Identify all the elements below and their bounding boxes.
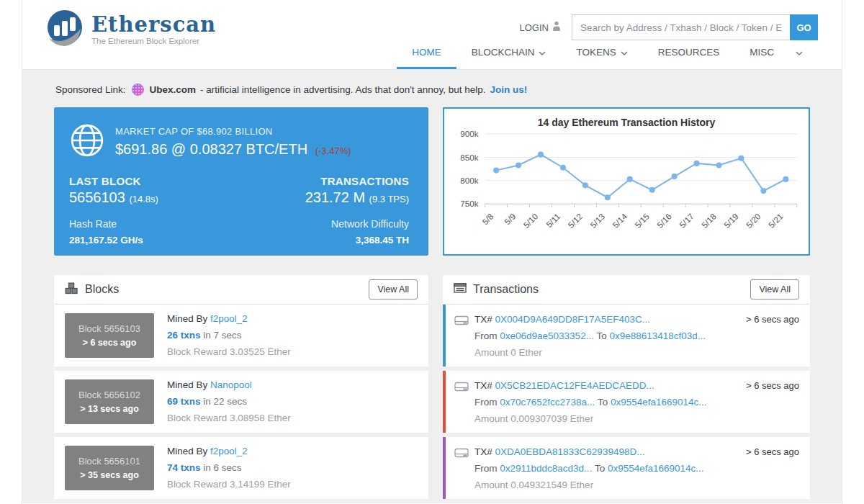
block-row: Block 5656103 > 6 secs ago Mined By f2po… xyxy=(54,305,428,366)
svg-text:750k: 750k xyxy=(460,199,478,208)
transaction-history-card: 14 day Ethereum Transaction History 750k… xyxy=(443,107,810,256)
transactions-count: 231.72 M xyxy=(305,189,365,205)
miner-link[interactable]: Nanopool xyxy=(210,379,252,390)
main-nav: HOME BLOCKCHAIN TOKENS RESOURCES MISC xyxy=(397,37,818,69)
nav-misc[interactable]: MISC xyxy=(734,37,818,69)
block-age: > 6 secs ago xyxy=(83,338,137,348)
chart-title: 14 day Ethereum Transaction History xyxy=(444,117,809,128)
tx-age: > 6 secs ago xyxy=(746,380,799,391)
hash-rate-value: 281,167.52 GH/s xyxy=(69,235,158,246)
transactions-card-title: Transactions xyxy=(454,283,539,296)
from-address-link[interactable]: 0xe06d9ae5033352... xyxy=(500,330,594,341)
price-change: (-3.47%) xyxy=(315,145,351,156)
svg-text:5/17: 5/17 xyxy=(678,212,696,230)
nav-resources-label: RESOURCES xyxy=(658,37,720,67)
to-address-link[interactable]: 0x9e88613418cf03d... xyxy=(609,330,706,341)
price-value: $691.86 @ 0.08327 BTC/ETH xyxy=(115,141,307,157)
block-row: Block 5656101 > 35 secs ago Mined By f2p… xyxy=(54,437,428,499)
transaction-history-chart: 750k800k850k900k5/85/95/105/115/125/135/… xyxy=(444,128,809,246)
block-number: Block 5656101 xyxy=(78,456,140,467)
blocks-card: Blocks View All Block 5656103 > 6 secs a… xyxy=(54,275,428,503)
nav-blockchain[interactable]: BLOCKCHAIN xyxy=(456,37,562,69)
block-badge[interactable]: Block 5656101 > 35 secs ago xyxy=(65,446,154,490)
miner-link[interactable]: f2pool_2 xyxy=(210,446,248,456)
disk-icon xyxy=(454,315,469,328)
list-card-icon xyxy=(454,283,467,296)
header-top-bar: LOGIN GO xyxy=(520,14,818,40)
block-duration: in 6 secs xyxy=(203,462,241,473)
svg-text:5/19: 5/19 xyxy=(722,212,740,230)
mined-by-label: Mined By xyxy=(167,446,207,456)
miner-link[interactable]: f2pool_2 xyxy=(210,313,248,324)
svg-text:5/18: 5/18 xyxy=(700,212,718,230)
from-label: From xyxy=(474,330,498,341)
last-block-time: (14.8s) xyxy=(129,194,158,204)
svg-text:5/9: 5/9 xyxy=(503,212,518,227)
svg-text:5/10: 5/10 xyxy=(521,211,540,230)
block-duration: in 22 secs xyxy=(203,396,247,407)
transactions-card: Transactions View All TX# 0X00 xyxy=(443,275,810,503)
nav-resources[interactable]: RESOURCES xyxy=(643,37,735,69)
tx-hash-link[interactable]: 0XDA0EBDA81833C62939498D... xyxy=(495,446,645,457)
nav-misc-label: MISC xyxy=(750,37,774,67)
hash-rate-label: Hash Rate xyxy=(69,218,158,230)
transactions-value: 231.72 M (9.3 TPS) xyxy=(305,189,409,206)
nav-tokens-label: TOKENS xyxy=(576,37,616,67)
disk-icon xyxy=(454,447,469,461)
tx-label: TX# xyxy=(474,380,492,391)
to-label: To xyxy=(596,330,606,341)
txns-link[interactable]: 74 txns xyxy=(167,462,201,473)
nav-home[interactable]: HOME xyxy=(397,37,456,69)
login-label: LOGIN xyxy=(520,22,549,33)
chevron-down-icon xyxy=(621,37,628,67)
search-go-button[interactable]: GO xyxy=(790,14,818,40)
tx-amount: Amount 0.049321549 Ether xyxy=(474,480,799,490)
from-address-link[interactable]: 0x2911bddc8acd3d... xyxy=(500,463,592,474)
transactions-title-label: Transactions xyxy=(473,283,539,296)
tx-hash-link[interactable]: 0X004D9A649DD8F17A5EF403C... xyxy=(495,314,650,325)
search-input[interactable] xyxy=(572,14,790,40)
stats-left-column: LAST BLOCK 5656103 (14.8s) Hash Rate 281… xyxy=(69,175,158,246)
eth-price: $691.86 @ 0.08327 BTC/ETH (-3.47%) xyxy=(115,141,351,158)
block-reward: Block Reward 3.03525 Ether xyxy=(167,346,291,357)
login-link[interactable]: LOGIN xyxy=(520,21,561,34)
txns-link[interactable]: 69 txns xyxy=(167,396,201,407)
transactions-label: TRANSACTIONS xyxy=(305,175,409,187)
block-age: > 35 secs ago xyxy=(80,470,139,480)
globe-icon xyxy=(69,122,105,161)
blocks-view-all-button[interactable]: View All xyxy=(369,279,418,300)
from-address-link[interactable]: 0x70c7652fcc2738a... xyxy=(500,397,595,408)
sponsored-join-link[interactable]: Join us! xyxy=(490,84,527,95)
transactions-view-all-button[interactable]: View All xyxy=(750,279,799,300)
page-content: Sponsored Link: Ubex.com - artificial in… xyxy=(22,70,842,503)
blocks-card-title: Blocks xyxy=(65,282,119,297)
tx-amount: Amount 0 Ether xyxy=(474,347,799,358)
svg-text:5/16: 5/16 xyxy=(655,212,673,230)
to-address-link[interactable]: 0x9554efa1669014c... xyxy=(608,463,704,474)
sponsored-name[interactable]: Ubex.com xyxy=(150,84,197,95)
nav-tokens[interactable]: TOKENS xyxy=(561,37,642,69)
tx-age: > 6 secs ago xyxy=(746,314,799,325)
mined-by-label: Mined By xyxy=(167,313,207,324)
difficulty-label: Network Difficulty xyxy=(305,218,409,230)
svg-text:900k: 900k xyxy=(460,129,478,138)
block-badge[interactable]: Block 5656102 > 13 secs ago xyxy=(65,379,154,424)
tx-hash-link[interactable]: 0X5CB21EDAC12FE4AEDCAEDD... xyxy=(495,380,654,391)
block-number: Block 5656102 xyxy=(78,390,140,400)
top-panels: MARKET CAP OF $68.902 BILLION $691.86 @ … xyxy=(54,107,810,256)
block-reward: Block Reward 3.08958 Ether xyxy=(167,413,291,423)
site-title: Etherscan xyxy=(91,14,216,35)
transaction-row: TX# 0X5CB21EDAC12FE4AEDCAEDD... > 6 secs… xyxy=(443,371,810,433)
tx-label: TX# xyxy=(474,314,492,325)
stats-right-column: TRANSACTIONS 231.72 M (9.3 TPS) Network … xyxy=(305,175,409,246)
svg-text:800k: 800k xyxy=(460,176,478,185)
last-block-number: 5656103 xyxy=(69,189,125,205)
person-icon xyxy=(552,21,561,34)
block-badge[interactable]: Block 5656103 > 6 secs ago xyxy=(65,313,154,358)
nav-home-label: HOME xyxy=(412,37,441,67)
block-duration: in 7 secs xyxy=(203,330,241,341)
svg-text:5/13: 5/13 xyxy=(588,212,606,230)
to-address-link[interactable]: 0x9554efa1669014c... xyxy=(611,397,707,408)
etherscan-logo[interactable]: Etherscan The Ethereum Block Explorer xyxy=(45,9,216,50)
txns-link[interactable]: 26 txns xyxy=(167,330,201,341)
